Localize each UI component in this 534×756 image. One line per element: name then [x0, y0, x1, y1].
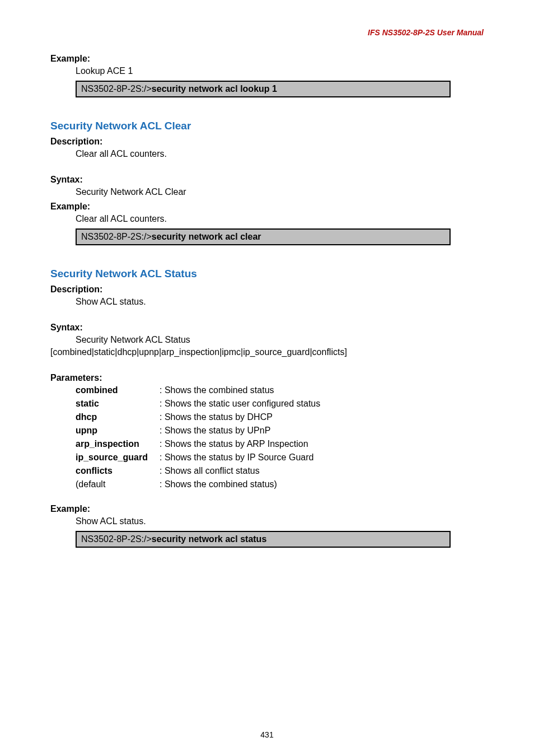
example-text-2: Clear all ACL counters.: [76, 214, 484, 224]
heading-acl-clear: Security Network ACL Clear: [50, 120, 484, 132]
code-prefix-2: NS3502-8P-2S:/>: [81, 232, 152, 241]
param-desc: : Shows the combined status: [160, 385, 484, 395]
param-default-name: (default: [76, 479, 160, 489]
syntax-text: Security Network ACL Clear: [76, 187, 484, 197]
param-row: dhcp : Shows the status by DHCP: [76, 412, 484, 422]
description-text: Clear all ACL counters.: [76, 149, 484, 159]
param-row: combined : Shows the combined status: [76, 385, 484, 395]
param-desc: : Shows the status by DHCP: [160, 412, 484, 422]
description-label-3: Description:: [50, 284, 484, 295]
param-desc: : Shows the static user configured statu…: [160, 399, 484, 409]
param-row: conflicts : Shows all conflict status: [76, 466, 484, 476]
param-row-default: (default : Shows the combined status): [76, 479, 484, 489]
example-label: Example:: [50, 54, 484, 64]
param-row: upnp : Shows the status by UPnP: [76, 426, 484, 436]
example-text-3: Show ACL status.: [76, 516, 484, 526]
param-desc: : Shows the status by IP Source Guard: [160, 452, 484, 463]
syntax-text-line2: [combined|static|dhcp|upnp|arp_inspectio…: [50, 347, 484, 357]
description-text-3: Show ACL status.: [76, 297, 484, 307]
param-desc: : Shows the status by ARP Inspection: [160, 439, 484, 449]
param-name: conflicts: [76, 466, 160, 476]
description-label: Description:: [50, 137, 484, 147]
code-box-status: NS3502-8P-2S:/>security network acl stat…: [76, 531, 451, 548]
parameters-label: Parameters:: [50, 373, 484, 383]
param-default-desc: : Shows the combined status): [160, 479, 484, 489]
code-command: security network acl lookup 1: [152, 84, 277, 94]
syntax-label-3: Syntax:: [50, 323, 484, 333]
code-command-2: security network acl clear: [152, 232, 261, 241]
param-name: static: [76, 399, 160, 409]
code-prefix-3: NS3502-8P-2S:/>: [81, 534, 152, 544]
param-name: combined: [76, 385, 160, 395]
param-row: arp_inspection : Shows the status by ARP…: [76, 439, 484, 449]
page-header: IFS NS3502-8P-2S User Manual: [50, 28, 484, 37]
param-row: static : Shows the static user configure…: [76, 399, 484, 409]
code-command-3: security network acl status: [152, 534, 266, 544]
code-box-lookup: NS3502-8P-2S:/>security network acl look…: [76, 81, 451, 97]
param-name: upnp: [76, 426, 160, 436]
param-row: ip_source_guard : Shows the status by IP…: [76, 452, 484, 463]
example-text: Lookup ACE 1: [76, 66, 484, 76]
syntax-label: Syntax:: [50, 175, 484, 185]
code-prefix: NS3502-8P-2S:/>: [81, 84, 152, 94]
heading-acl-status: Security Network ACL Status: [50, 268, 484, 280]
example-label-3: Example:: [50, 504, 484, 514]
page-number: 431: [0, 730, 534, 739]
example-label-2: Example:: [50, 202, 484, 212]
param-desc: : Shows all conflict status: [160, 466, 484, 476]
param-desc: : Shows the status by UPnP: [160, 426, 484, 436]
code-box-clear: NS3502-8P-2S:/>security network acl clea…: [76, 228, 451, 245]
param-name: ip_source_guard: [76, 452, 160, 463]
param-name: arp_inspection: [76, 439, 160, 449]
param-name: dhcp: [76, 412, 160, 422]
syntax-text-line1: Security Network ACL Status: [76, 335, 484, 345]
